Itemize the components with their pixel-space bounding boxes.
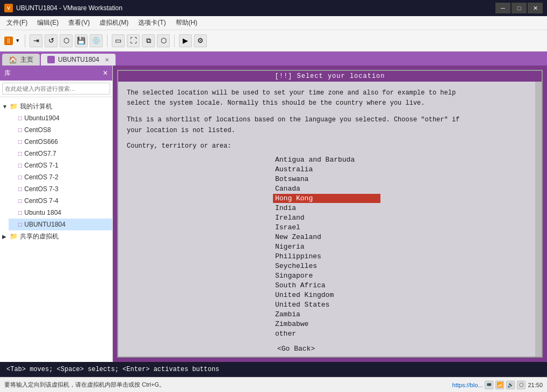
vm-icon: □ <box>18 185 22 193</box>
vm-icon: □ <box>18 138 22 146</box>
vm-icon: □ <box>18 209 22 216</box>
zoom-icon[interactable]: ⬡ <box>157 34 170 47</box>
country-item[interactable]: Australia <box>273 165 380 174</box>
country-item[interactable]: Antigua and Barbuda <box>273 155 380 164</box>
sidebar-item-centos8[interactable]: □ CentOS8 <box>9 124 112 136</box>
country-item[interactable]: South Africa <box>273 281 380 290</box>
app-icon: V <box>4 4 13 12</box>
settings-icon[interactable]: ⚙ <box>194 34 207 47</box>
vm-icon: □ <box>18 173 22 181</box>
taskbar-right: https://blo... 💻 📶 🔊 ⬡ 21:50 <box>452 381 543 389</box>
vm-label: CentOS 7-1 <box>24 162 58 169</box>
pause-icon[interactable]: || <box>4 37 13 45</box>
sidebar-item-ubuntu1804[interactable]: □ Ubuntu 1804 <box>9 207 112 219</box>
shared-vms-label: 共享的虚拟机 <box>20 232 59 241</box>
sidebar-search-container <box>0 81 112 97</box>
sidebar-item-centos74[interactable]: □ CentOS 7-4 <box>9 195 112 207</box>
country-item[interactable]: Seychelles <box>273 262 380 271</box>
fit-window-icon[interactable]: ▭ <box>112 34 125 47</box>
menu-bar: 文件(F) 编辑(E) 查看(V) 虚拟机(M) 选项卡(T) 帮助(H) <box>0 16 547 30</box>
vm-label: CentOS8 <box>24 126 51 134</box>
taskbar-icon-1[interactable]: 💻 <box>485 381 493 389</box>
vm-label: CentOS 7-3 <box>24 185 58 193</box>
content-area[interactable]: [!!] Select your location The selected l… <box>113 66 547 362</box>
terminal-window: [!!] Select your location The selected l… <box>117 70 543 358</box>
country-item[interactable]: Philippines <box>273 252 380 261</box>
country-item[interactable]: Nigeria <box>273 242 380 251</box>
menu-tabs[interactable]: 选项卡(T) <box>134 17 170 29</box>
country-item[interactable]: United Kingdom <box>273 291 380 300</box>
country-item[interactable]: Israel <box>273 223 380 232</box>
vm-icon: □ <box>18 197 22 205</box>
minimize-button[interactable]: ─ <box>495 3 510 13</box>
sidebar-search-input[interactable] <box>2 83 110 95</box>
tab-home-label: 主页 <box>20 55 33 64</box>
country-item[interactable]: Canada <box>273 184 380 193</box>
network-icon[interactable]: ⬡ <box>60 34 73 47</box>
expand-icon: ▶ <box>2 234 9 239</box>
country-item[interactable]: Singapore <box>273 271 380 280</box>
sidebar-item-ubuntu1904[interactable]: □ Ubuntu1904 <box>9 112 112 124</box>
menu-help[interactable]: 帮助(H) <box>171 17 202 29</box>
floppy-icon[interactable]: 💾 <box>75 34 88 47</box>
sidebar-tree: ▼ 📁 我的计算机 □ Ubuntu1904 □ CentOS8 <box>0 97 112 362</box>
menu-vm[interactable]: 虚拟机(M) <box>95 17 133 29</box>
title-bar: V UBUNTU1804 - VMware Workstation ─ □ ✕ <box>0 0 547 16</box>
terminal-body[interactable]: The selected location will be used to se… <box>118 82 535 357</box>
main-layout: 库 ✕ ▼ 📁 我的计算机 □ Ubuntu1904 <box>0 66 547 362</box>
country-item[interactable]: India <box>273 204 380 213</box>
sidebar-item-centos71[interactable]: □ CentOS 7-1 <box>9 159 112 171</box>
menu-edit[interactable]: 编辑(E) <box>33 17 63 29</box>
send-ctrl-alt-del-icon[interactable]: ⇥ <box>30 34 42 47</box>
menu-file[interactable]: 文件(F) <box>2 17 32 29</box>
country-list: Antigua and BarbudaAustraliaBotswanaCana… <box>127 155 527 338</box>
menu-view[interactable]: 查看(V) <box>64 17 94 29</box>
power-icon[interactable]: ↺ <box>45 34 57 47</box>
country-item[interactable]: other <box>273 329 380 338</box>
taskbar-icon-2[interactable]: 📶 <box>495 381 504 389</box>
close-button[interactable]: ✕ <box>528 3 543 13</box>
vm-label: CentOS7.7 <box>24 150 56 157</box>
sidebar-item-ubuntu1804-upper[interactable]: □ UBUNTU1804 <box>9 219 112 230</box>
taskbar-icon-3[interactable]: 🔊 <box>506 381 515 389</box>
vm-label: Ubuntu 1804 <box>24 209 61 216</box>
sidebar-item-centos73[interactable]: □ CentOS 7-3 <box>9 183 112 195</box>
toolbar-separator-2 <box>107 34 107 47</box>
go-back-button[interactable]: <Go Back> <box>277 345 315 353</box>
vm-icon: □ <box>18 150 22 157</box>
country-item[interactable]: New Zealand <box>273 233 380 242</box>
country-item[interactable]: Hong Kong <box>273 194 380 203</box>
vm-tab-icon <box>47 56 55 63</box>
terminal-title: [!!] Select your location <box>118 71 542 82</box>
country-item[interactable]: Botswana <box>273 175 380 184</box>
taskbar-hint: 要将输入定向到该虚拟机，请在虚拟机内部单击或按 Ctrl+G。 <box>4 381 452 389</box>
full-screen-icon[interactable]: ⛶ <box>127 34 140 47</box>
vm-icon: □ <box>18 162 22 169</box>
sidebar-item-centos77[interactable]: □ CentOS7.7 <box>9 148 112 159</box>
tab-home[interactable]: 🏠 主页 <box>2 54 40 66</box>
pause-dropdown[interactable]: ▾ <box>15 37 20 44</box>
cd-icon[interactable]: 💿 <box>90 34 103 47</box>
sidebar-close-icon[interactable]: ✕ <box>103 69 108 77</box>
terminal-scrollbar[interactable] <box>535 82 542 357</box>
sidebar-item-shared-vms[interactable]: ▶ 📁 共享的虚拟机 <box>0 230 112 242</box>
country-item[interactable]: Zimbabwe <box>273 320 380 329</box>
taskbar-icon-4[interactable]: ⬡ <box>517 381 526 389</box>
restore-button[interactable]: □ <box>512 3 527 13</box>
country-item[interactable]: Ireland <box>273 213 380 222</box>
sidebar-item-centos666[interactable]: □ CentOS666 <box>9 136 112 148</box>
vm-label: Ubuntu1904 <box>24 114 59 122</box>
vm-label: CentOS666 <box>24 138 58 146</box>
location-prompt: Country, territory or area: <box>127 142 527 150</box>
country-item[interactable]: United States <box>273 300 380 309</box>
tab-close-icon[interactable]: ✕ <box>105 57 109 63</box>
country-item[interactable]: Zambia <box>273 310 380 319</box>
unity-icon[interactable]: ⧉ <box>142 34 155 47</box>
my-computer-item[interactable]: ▼ 📁 我的计算机 <box>0 100 112 112</box>
terminal-icon[interactable]: ▶ <box>179 34 192 47</box>
sidebar-item-centos72[interactable]: □ CentOS 7-2 <box>9 171 112 183</box>
tab-ubuntu1804[interactable]: UBUNTU1804 ✕ <box>41 54 116 66</box>
folder-icon: 📁 <box>10 103 18 110</box>
toolbar: || ▾ ⇥ ↺ ⬡ 💾 💿 ▭ ⛶ ⧉ ⬡ ▶ ⚙ <box>0 30 547 52</box>
window-title: UBUNTU1804 - VMware Workstation <box>16 4 492 12</box>
